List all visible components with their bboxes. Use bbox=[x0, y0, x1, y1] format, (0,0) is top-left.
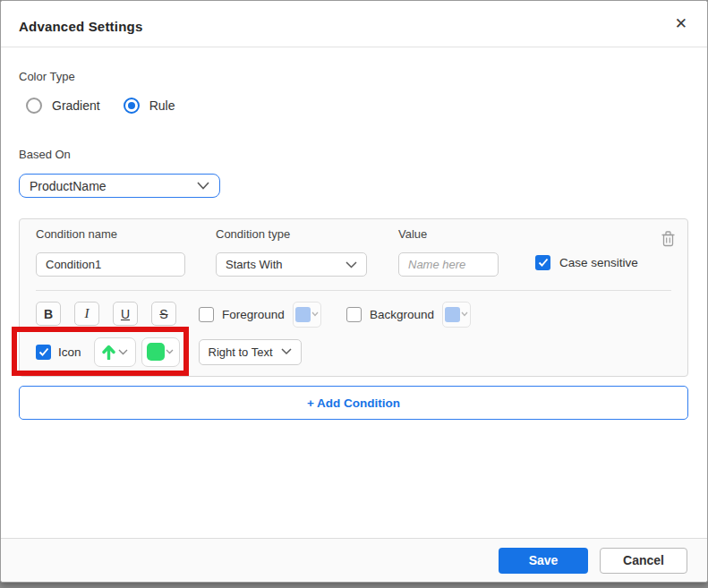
bold-button[interactable]: B bbox=[36, 302, 61, 326]
checkmark-icon bbox=[538, 258, 549, 268]
chevron-down-icon bbox=[166, 349, 174, 354]
trash-icon[interactable] bbox=[661, 230, 676, 247]
value-input[interactable] bbox=[398, 252, 499, 277]
chevron-down-icon bbox=[345, 261, 357, 268]
condition-type-label: Condition type bbox=[216, 227, 290, 241]
background-label: Background bbox=[370, 308, 434, 321]
background-color-swatch bbox=[445, 307, 460, 322]
icon-color-dropdown[interactable] bbox=[141, 337, 180, 367]
add-condition-label: + Add Condition bbox=[307, 396, 400, 410]
strikethrough-button[interactable]: S bbox=[151, 302, 176, 326]
based-on-label: Based On bbox=[19, 148, 71, 161]
color-type-radio-group: Gradient Rule bbox=[26, 98, 175, 114]
chevron-down-icon bbox=[281, 348, 292, 355]
background-checkbox[interactable] bbox=[346, 307, 362, 322]
add-condition-button[interactable]: + Add Condition bbox=[19, 386, 688, 420]
chevron-down-icon bbox=[197, 182, 209, 190]
cancel-button[interactable]: Cancel bbox=[600, 548, 687, 574]
radio-circle-selected-icon bbox=[124, 98, 140, 114]
based-on-dropdown[interactable]: ProductName bbox=[19, 174, 220, 198]
underline-button[interactable]: U bbox=[113, 302, 138, 326]
condition-name-label: Condition name bbox=[36, 227, 117, 241]
icon-shape-dropdown[interactable] bbox=[94, 337, 136, 367]
close-icon[interactable]: ✕ bbox=[675, 15, 687, 33]
checkmark-icon bbox=[38, 347, 49, 357]
foreground-group: Foreground bbox=[199, 302, 321, 327]
italic-button[interactable]: I bbox=[74, 302, 99, 326]
condition-panel: Condition name Condition type Value Star… bbox=[19, 218, 688, 377]
case-sensitive-group: Case sensitive bbox=[535, 255, 638, 270]
dialog-header: Advanced Settings ✕ bbox=[1, 1, 707, 47]
format-toolbar: B I U S bbox=[36, 302, 176, 326]
radio-rule-label: Rule bbox=[149, 98, 175, 113]
background-group: Background bbox=[346, 302, 471, 327]
foreground-color-picker[interactable] bbox=[293, 302, 321, 328]
icon-label: Icon bbox=[58, 345, 81, 359]
foreground-color-swatch bbox=[295, 307, 311, 322]
condition-type-value: Starts With bbox=[226, 258, 283, 271]
chevron-down-icon bbox=[118, 349, 128, 355]
panel-divider bbox=[36, 290, 671, 291]
dialog-title: Advanced Settings bbox=[19, 19, 142, 34]
condition-type-dropdown[interactable]: Starts With bbox=[216, 252, 367, 277]
icon-controls-row: Icon Right to Text bbox=[36, 336, 302, 368]
save-button[interactable]: Save bbox=[499, 548, 588, 574]
chevron-down-icon bbox=[311, 311, 319, 317]
icon-position-value: Right to Text bbox=[209, 345, 273, 359]
up-arrow-icon bbox=[102, 345, 115, 360]
foreground-checkbox[interactable] bbox=[199, 307, 214, 322]
dialog-footer: Save Cancel bbox=[1, 538, 707, 582]
radio-circle-icon bbox=[26, 98, 42, 114]
value-label: Value bbox=[398, 227, 427, 241]
case-sensitive-label: Case sensitive bbox=[559, 256, 638, 269]
icon-checkbox[interactable] bbox=[36, 345, 51, 360]
case-sensitive-checkbox[interactable] bbox=[535, 255, 550, 270]
icon-color-swatch bbox=[147, 343, 165, 361]
foreground-label: Foreground bbox=[222, 308, 285, 321]
based-on-value: ProductName bbox=[30, 179, 107, 193]
advanced-settings-dialog: Advanced Settings ✕ Color Type Gradient … bbox=[0, 0, 708, 583]
radio-gradient-label: Gradient bbox=[52, 98, 100, 113]
background-color-picker[interactable] bbox=[442, 302, 471, 328]
chevron-down-icon bbox=[461, 311, 468, 317]
radio-rule[interactable]: Rule bbox=[124, 98, 175, 114]
color-type-label: Color Type bbox=[19, 70, 75, 83]
radio-gradient[interactable]: Gradient bbox=[26, 98, 100, 114]
icon-position-dropdown[interactable]: Right to Text bbox=[199, 339, 302, 365]
condition-name-input[interactable] bbox=[36, 252, 185, 277]
